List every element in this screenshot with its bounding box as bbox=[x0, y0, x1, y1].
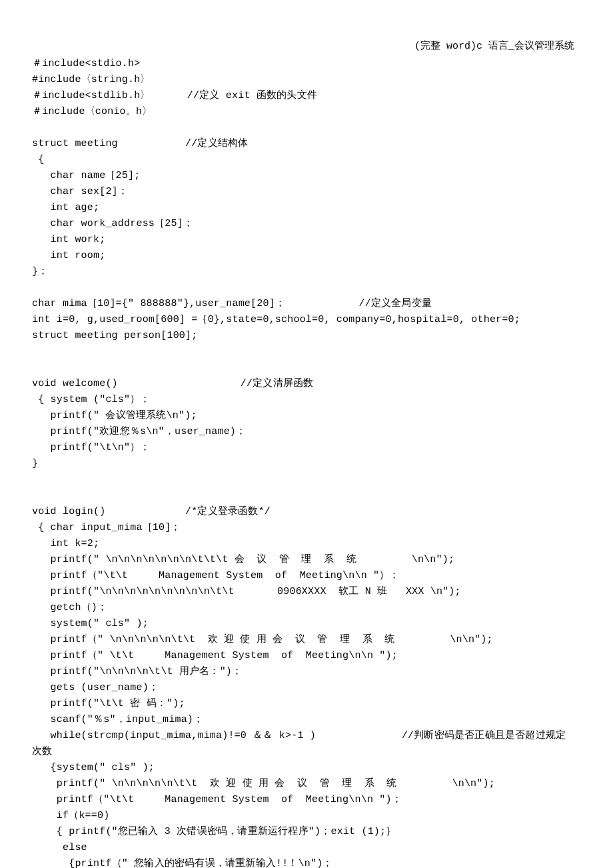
code-line: int k=2; bbox=[32, 536, 581, 552]
code-line: printf（"\t\t Management System of Meetin… bbox=[32, 568, 581, 584]
code-line: void login() /*定义登录函数*/ bbox=[32, 504, 581, 520]
code-line: while(strcmp(input_mima,mima)!=0 ＆＆ k>-1… bbox=[32, 728, 581, 744]
code-line: printf("\n\n\n\n\n\n\n\n\n\t\t 0906XXXX … bbox=[32, 584, 581, 600]
code-line: { system ("cls"）； bbox=[32, 392, 581, 408]
code-line: if（k==0) bbox=[32, 808, 581, 824]
code-line: void welcome() //定义清屏函数 bbox=[32, 376, 581, 392]
code-line: {printf（" 您输入的密码有误，请重新输入!!！\n")； bbox=[32, 856, 581, 868]
code-line: }； bbox=[32, 264, 581, 280]
code-line: system(" cls" ); bbox=[32, 616, 581, 632]
code-line: char name［25]; bbox=[32, 168, 581, 184]
code-line: printf（" \n\n\n\n\n\t\t 欢 迎 使 用 会 议 管 理 … bbox=[32, 632, 581, 648]
code-line: struct meeting //定义结构体 bbox=[32, 136, 581, 152]
code-line: char mima［10]={" 888888"},user_name[20]；… bbox=[32, 296, 581, 312]
code-line: else bbox=[32, 840, 581, 856]
code-line bbox=[32, 360, 581, 376]
code-line: 次数 bbox=[32, 744, 581, 760]
code-line: printf（" \t\t Management System of Meeti… bbox=[32, 648, 581, 664]
code-line bbox=[32, 344, 581, 360]
code-line: printf（"\t\t Management System of Meetin… bbox=[32, 792, 581, 808]
code-line: char work_address［25]； bbox=[32, 216, 581, 232]
code-line: ＃include<stdlib.h〉 //定义 exit 函数的头文件 bbox=[32, 88, 581, 104]
code-line: #include〈string.h〉 bbox=[32, 72, 581, 88]
code-line bbox=[32, 280, 581, 296]
code-line: { char input_mima［10]； bbox=[32, 520, 581, 536]
code-line: printf("\t\t 密 码："); bbox=[32, 696, 581, 712]
code-line bbox=[32, 120, 581, 136]
code-line: { bbox=[32, 152, 581, 168]
code-line: printf(" \n\n\n\n\n\n\n\t\t\t 会 议 管 理 系 … bbox=[32, 552, 581, 568]
code-line: int work; bbox=[32, 232, 581, 248]
code-line: int i=0, g,used_room[600] =｛0},state=0,s… bbox=[32, 312, 581, 328]
code-line: printf("\t\n"）； bbox=[32, 440, 581, 456]
code-line: ＃include〈conio。h〉 bbox=[32, 104, 581, 120]
code-line: ＃include<stdio.h> bbox=[32, 56, 581, 72]
code-line: gets (user_name)； bbox=[32, 680, 581, 696]
code-line: char sex[2]； bbox=[32, 184, 581, 200]
code-line: { printf("您已输入 3 次错误密码，请重新运行程序")；exit (1… bbox=[32, 824, 581, 840]
code-line: } bbox=[32, 456, 581, 472]
code-line: getch（)； bbox=[32, 600, 581, 616]
code-line bbox=[32, 488, 581, 504]
code-content: ＃include<stdio.h>#include〈string.h〉＃incl… bbox=[32, 56, 581, 868]
code-line: int room; bbox=[32, 248, 581, 264]
code-line bbox=[32, 472, 581, 488]
code-line: printf("\n\n\n\n\t\t 用户名：")； bbox=[32, 664, 581, 680]
code-line: scanf("％s"，input_mima)； bbox=[32, 712, 581, 728]
code-line: printf(" 会议管理系统\n"); bbox=[32, 408, 581, 424]
code-line: int age; bbox=[32, 200, 581, 216]
code-line: printf("欢迎您％s\n"，user_name)； bbox=[32, 424, 581, 440]
code-line: printf(" \n\n\n\n\n\t\t 欢 迎 使 用 会 议 管 理 … bbox=[32, 776, 581, 792]
code-line: {system(" cls" ); bbox=[32, 760, 581, 776]
page-header: (完整 word)c 语言_会议管理系统 bbox=[414, 39, 574, 55]
code-line: struct meeting person[100]; bbox=[32, 328, 581, 344]
